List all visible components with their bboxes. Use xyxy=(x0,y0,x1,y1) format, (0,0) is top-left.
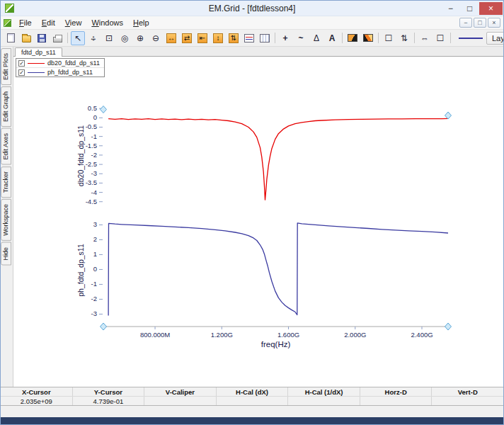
fit-x-button[interactable]: ↔ xyxy=(164,31,178,45)
save-floppy-icon xyxy=(38,34,46,42)
open-folder-icon xyxy=(22,35,31,42)
doc-tab-fdtd-dp-s11[interactable]: fdtd_dp_s11 xyxy=(15,47,62,57)
new-button[interactable] xyxy=(4,31,18,45)
layout-dropdown[interactable]: Layout ▾ xyxy=(486,32,504,45)
plot-area[interactable]: ✓db20_fdtd_dp_s11✓ph_fdtd_dp_s11 0.50-0.… xyxy=(13,57,503,387)
v-caliper-toggle[interactable]: ☐ xyxy=(433,31,447,45)
checkbox-icon: ☐ xyxy=(385,34,393,42)
zoom-out-tool[interactable]: ⊖ xyxy=(149,31,163,45)
svg-text:2.000G: 2.000G xyxy=(344,331,366,339)
cursor-value-3 xyxy=(217,397,289,405)
mdi-restore-button[interactable]: □ xyxy=(474,18,486,28)
legend-checkbox[interactable]: ✓ xyxy=(18,60,25,67)
mdi-minimize-button[interactable]: − xyxy=(459,18,472,28)
cursor-arrow-icon: ↖ xyxy=(74,34,81,42)
svg-text:-0.5: -0.5 xyxy=(86,123,97,130)
cursor-diamond[interactable] xyxy=(101,323,107,330)
cursor-diamond[interactable] xyxy=(445,112,452,119)
cursor-diamond[interactable] xyxy=(101,106,107,113)
side-tab-workspace[interactable]: Workspace xyxy=(1,199,11,241)
legend-item[interactable]: ✓ph_fdtd_dp_s11 xyxy=(16,68,104,76)
image-export-button[interactable] xyxy=(345,31,360,45)
toolbar-separator xyxy=(342,33,343,43)
cursor-value-0: 2.035e+09 xyxy=(1,397,73,405)
legend-label: ph_fdtd_dp_s11 xyxy=(47,69,93,76)
cursor-value-2 xyxy=(144,397,217,405)
menu-edit[interactable]: Edit xyxy=(37,17,60,28)
mdi-controls: −□× xyxy=(459,18,500,28)
status-spacer xyxy=(1,406,503,417)
main-area: Edit PlotsEdit GraphEdit AxesTrackerWork… xyxy=(1,47,503,387)
toolbar-separator xyxy=(414,33,415,43)
side-tab-edit-plots[interactable]: Edit Plots xyxy=(1,48,11,85)
mdi-close-button[interactable]: × xyxy=(488,18,500,28)
cursor-value-4 xyxy=(288,397,360,405)
cursor-values: 2.035e+094.739e-01 xyxy=(1,397,503,406)
zoom-in-tool[interactable]: ⊕ xyxy=(133,31,147,45)
cursor-readout-bar: X-CursorY-CursorV-CaliperH-Cal (dX)H-Cal… xyxy=(1,387,503,406)
side-tab-strip: Edit PlotsEdit GraphEdit AxesTrackerWork… xyxy=(1,47,13,387)
cursor-handles[interactable] xyxy=(101,106,452,331)
save-button[interactable] xyxy=(35,31,49,45)
svg-text:-2: -2 xyxy=(91,295,97,302)
expand-x-button[interactable]: ⇄ xyxy=(180,31,194,45)
toolbar-separator xyxy=(67,33,68,43)
titlebar[interactable]: EM.Grid - [fdtdlesson4] − □ × xyxy=(1,1,503,16)
add-cursor-button[interactable]: + xyxy=(278,31,292,45)
text-icon: A xyxy=(329,34,336,42)
bottom-status-strip xyxy=(1,417,503,424)
side-tab-edit-graph[interactable]: Edit Graph xyxy=(1,86,11,127)
axes-button[interactable] xyxy=(258,31,272,45)
document-icon[interactable] xyxy=(4,19,11,27)
h-caliper-button[interactable]: ⇔ xyxy=(418,31,432,45)
shrink-x-button[interactable]: ⇤ xyxy=(195,31,210,45)
delta-measure-button[interactable]: Δ xyxy=(309,31,323,45)
chart-canvas[interactable]: 0.50-0.5-1-1.5-2-2.5-3-3.5-4-4.5db20_fdt… xyxy=(13,57,503,387)
zoom-reset-tool[interactable]: ◎ xyxy=(118,31,132,45)
zoom-window-tool[interactable]: ⊡ xyxy=(102,31,116,45)
pan-tool[interactable] xyxy=(86,31,101,45)
print-button[interactable] xyxy=(50,31,64,45)
svg-text:-3: -3 xyxy=(91,169,97,177)
line-style-swatch[interactable] xyxy=(459,38,483,39)
close-button[interactable]: × xyxy=(479,2,503,15)
select-tool[interactable]: ↖ xyxy=(71,31,85,45)
grid-button[interactable] xyxy=(242,31,256,45)
cursor-col-vert-d: Vert-D xyxy=(432,387,503,396)
menu-windows[interactable]: Windows xyxy=(86,17,128,28)
menu-help[interactable]: Help xyxy=(128,17,154,28)
window-title: EM.Grid - [fdtdlesson4] xyxy=(1,4,503,13)
fit-y-button[interactable]: ↕ xyxy=(211,31,225,45)
cursor-diamond[interactable] xyxy=(445,323,452,330)
text-annotation-button[interactable]: A xyxy=(325,31,339,45)
legend-item[interactable]: ✓db20_fdtd_dp_s11 xyxy=(16,59,104,68)
document-tabbar: fdtd_dp_s11 xyxy=(13,47,503,57)
curve-ph_fdtd_dp_s11[interactable] xyxy=(108,223,448,316)
spinbox-icon: ⇅ xyxy=(401,34,408,42)
side-tab-tracker[interactable]: Tracker xyxy=(1,166,11,198)
x-axis-title: freq(Hz) xyxy=(261,340,291,348)
legend-checkbox[interactable]: ✓ xyxy=(18,69,25,76)
colormap-button[interactable] xyxy=(361,31,375,45)
spin-control-toggle[interactable]: ⇅ xyxy=(397,31,411,45)
expand-y-button[interactable]: ⇅ xyxy=(227,31,241,45)
menu-view[interactable]: View xyxy=(60,17,87,28)
curve-db20_fdtd_dp_s11[interactable] xyxy=(108,118,448,200)
trace-marker-button[interactable]: ~ xyxy=(294,31,308,45)
zoom-reset-icon: ◎ xyxy=(121,34,128,42)
minimize-button[interactable]: − xyxy=(441,2,460,15)
show-legend-toggle[interactable]: ☐ xyxy=(382,31,396,45)
content-area: fdtd_dp_s11 ✓db20_fdtd_dp_s11✓ph_fdtd_dp… xyxy=(13,47,503,387)
maximize-button[interactable]: □ xyxy=(460,2,479,15)
menu-items: FileEditViewWindowsHelp xyxy=(14,17,154,28)
toolbar-items: ↖⊡◎⊕⊖↔⇄⇤↕⇅+~ΔA☐⇅⇔☐ xyxy=(3,30,453,46)
side-tab-edit-axes[interactable]: Edit Axes xyxy=(1,128,11,165)
menu-file[interactable]: File xyxy=(14,17,37,28)
side-tab-hide[interactable]: Hide xyxy=(1,242,11,266)
svg-text:3: 3 xyxy=(93,220,97,228)
pan-hand-icon xyxy=(88,33,98,43)
open-button[interactable] xyxy=(19,31,33,45)
svg-text:-3.5: -3.5 xyxy=(86,178,97,186)
app-logo-icon xyxy=(5,4,14,13)
svg-text:1.200G: 1.200G xyxy=(211,331,233,339)
